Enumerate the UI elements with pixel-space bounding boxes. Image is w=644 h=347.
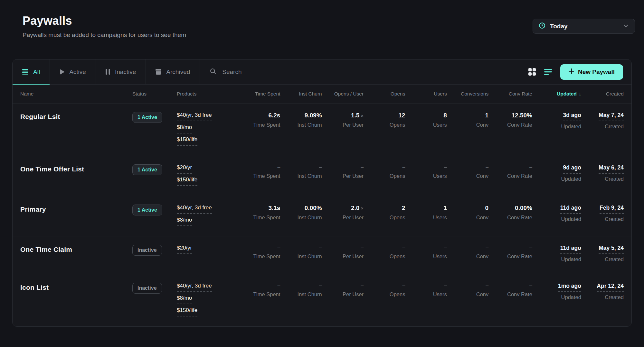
updated-cell-value[interactable]: 11d ago: [560, 205, 581, 214]
created-cell-value[interactable]: Feb 9, 24: [600, 205, 624, 214]
opens-per-user-metric-value: –: [322, 164, 364, 170]
created-cell-value[interactable]: Apr 12, 24: [597, 283, 624, 292]
sort-descending-icon: ↓: [579, 91, 581, 97]
toolbar-actions: New Paywall: [528, 59, 631, 84]
updated-cell-label: Updated: [532, 216, 581, 222]
table-header-row: Name Status Products Time Spent Inst Chu…: [13, 85, 631, 103]
table-row[interactable]: Primary1 Active$40/yr, 3d free$8/mo3.1sT…: [13, 196, 631, 236]
users-metric: –Users: [405, 245, 447, 260]
column-header-time-spent[interactable]: Time Spent: [239, 91, 280, 97]
opens-metric: 12Opens: [364, 112, 405, 128]
product-price[interactable]: $8/mo: [177, 217, 192, 226]
updated-cell-value[interactable]: 3d ago: [563, 112, 581, 121]
product-price[interactable]: $40/yr, 3d free: [177, 205, 212, 214]
updated-cell-value[interactable]: 9d ago: [563, 164, 581, 174]
tab-inactive[interactable]: Inactive: [96, 59, 146, 84]
product-price[interactable]: $150/life: [177, 136, 197, 146]
column-header-conversions[interactable]: Conversions: [447, 91, 488, 97]
column-header-updated[interactable]: Updated ↓: [532, 91, 581, 97]
products-cell: $40/yr, 3d free$8/mo$150/life: [177, 112, 239, 149]
tab-all[interactable]: All: [13, 59, 50, 84]
users-metric-label: Users: [405, 253, 447, 260]
product-price[interactable]: $40/yr, 3d free: [177, 112, 212, 121]
status-badge: 1 Active: [132, 112, 162, 123]
time-spent-metric-value: –: [239, 164, 280, 170]
created-cell: May 5, 24Created: [581, 245, 624, 262]
table-row[interactable]: Regular Lsit1 Active$40/yr, 3d free$8/mo…: [13, 103, 631, 156]
updated-cell-value[interactable]: 1mo ago: [558, 283, 581, 292]
time-spent-metric-value: –: [239, 245, 280, 251]
conv-rate-metric-value: 0.00%: [488, 205, 532, 212]
column-header-conv-rate[interactable]: Conv Rate: [488, 91, 532, 97]
tab-active[interactable]: Active: [50, 59, 96, 84]
time-spent-metric: –Time Spent: [239, 283, 280, 297]
created-cell-value[interactable]: May 6, 24: [599, 164, 624, 174]
page-subtitle: Paywalls must be added to campaigns for …: [23, 32, 186, 39]
time-spent-metric-value: 3.1s: [239, 205, 280, 212]
product-price[interactable]: $150/life: [177, 307, 197, 316]
time-spent-metric-label: Time Spent: [239, 122, 280, 128]
column-header-inst-churn[interactable]: Inst Churn: [280, 91, 322, 97]
paywall-name: Icon List: [20, 283, 132, 291]
conv-rate-metric-label: Conv Rate: [488, 215, 532, 221]
conversions-metric-value: 0: [447, 205, 488, 212]
date-range-dropdown[interactable]: Today: [533, 19, 635, 34]
created-cell: May 7, 24Created: [581, 112, 624, 130]
column-header-created[interactable]: Created: [581, 91, 624, 97]
status-badge: Inactive: [132, 283, 162, 294]
updated-cell-label: Updated: [532, 256, 581, 262]
table-row[interactable]: One Time ClaimInactive$20/yr–Time Spent–…: [13, 236, 631, 274]
time-spent-metric-label: Time Spent: [239, 291, 280, 297]
table-row[interactable]: One Time Offer List1 Active$20/yr$150/li…: [13, 156, 631, 196]
updated-cell-value[interactable]: 11d ago: [560, 245, 581, 254]
users-metric: –Users: [405, 164, 447, 179]
users-metric-label: Users: [405, 122, 447, 128]
time-spent-metric: –Time Spent: [239, 164, 280, 179]
product-price[interactable]: $20/yr: [177, 164, 192, 174]
time-spent-metric-label: Time Spent: [239, 253, 280, 260]
opens-metric-label: Opens: [364, 215, 405, 221]
grid-view-icon[interactable]: [528, 68, 536, 76]
users-metric: 8Users: [405, 112, 447, 128]
inst-churn-metric-value: –: [280, 245, 322, 251]
column-header-name[interactable]: Name: [20, 91, 132, 97]
status-cell: Inactive: [132, 245, 177, 256]
column-header-users[interactable]: Users: [405, 91, 447, 97]
product-price[interactable]: $8/mo: [177, 295, 192, 304]
search-input[interactable]: [222, 68, 519, 76]
updated-cell: 3d agoUpdated: [532, 112, 581, 130]
created-cell-label: Created: [581, 176, 624, 182]
time-spent-metric: 3.1sTime Spent: [239, 205, 280, 221]
name-cell: Regular Lsit: [20, 112, 132, 121]
conv-rate-metric: –Conv Rate: [488, 283, 532, 297]
toolbar: All Active Inactive Archived: [13, 59, 631, 85]
clock-icon: [539, 22, 545, 30]
date-range-label: Today: [550, 23, 568, 30]
status-badge: Inactive: [132, 245, 162, 256]
multiplier-suffix: ×: [361, 113, 364, 118]
column-header-products[interactable]: Products: [177, 91, 239, 97]
conversions-metric-value: –: [447, 164, 488, 170]
list-view-icon[interactable]: [544, 69, 552, 75]
product-price[interactable]: $40/yr, 3d free: [177, 283, 212, 292]
created-cell-value[interactable]: May 7, 24: [599, 112, 624, 121]
tab-archived[interactable]: Archived: [146, 59, 200, 84]
conv-rate-metric-value: 12.50%: [488, 112, 532, 119]
status-cell: 1 Active: [132, 112, 177, 123]
conversions-metric: –Conv: [447, 283, 488, 297]
users-metric-label: Users: [405, 291, 447, 297]
conversions-metric-label: Conv: [447, 253, 488, 260]
column-header-opens[interactable]: Opens: [364, 91, 405, 97]
conversions-metric-value: –: [447, 245, 488, 251]
column-header-opens-per-user[interactable]: Opens / User: [322, 91, 364, 97]
users-metric-label: Users: [405, 215, 447, 221]
product-price[interactable]: $150/life: [177, 177, 197, 186]
new-paywall-button[interactable]: New Paywall: [560, 64, 623, 80]
new-paywall-label: New Paywall: [578, 68, 615, 76]
product-price[interactable]: $8/mo: [177, 124, 192, 133]
products-cell: $40/yr, 3d free$8/mo: [177, 205, 239, 229]
created-cell-value[interactable]: May 5, 24: [599, 245, 624, 254]
product-price[interactable]: $20/yr: [177, 245, 192, 254]
column-header-status[interactable]: Status: [132, 91, 177, 97]
table-row[interactable]: Icon ListInactive$40/yr, 3d free$8/mo$15…: [13, 274, 631, 326]
